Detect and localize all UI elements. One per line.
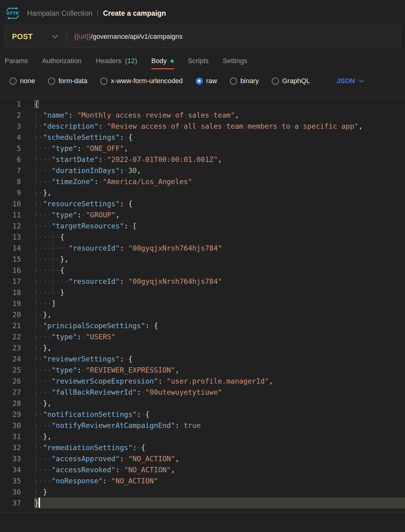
body-type-form-data[interactable]: form-data bbox=[48, 77, 87, 85]
code-line-content: ······{ bbox=[34, 232, 405, 243]
line-number: 31 bbox=[0, 431, 34, 442]
code-line-content: ··}, bbox=[34, 431, 405, 442]
line-number: 29 bbox=[0, 409, 34, 420]
code-line[interactable]: 26····"reviewerScopeExpression":·"user.p… bbox=[0, 376, 405, 387]
breadcrumb-collection[interactable]: Hampalan Collection bbox=[27, 9, 92, 18]
code-line-content: ····"fallBackReviewerId":·"00utewuyetyti… bbox=[34, 387, 405, 398]
text-cursor bbox=[39, 498, 40, 508]
code-line[interactable]: 31··}, bbox=[0, 431, 405, 442]
tab-label: Body bbox=[151, 57, 167, 65]
code-line[interactable]: 34····"accessRevoked":·"NO_ACTION", bbox=[0, 464, 405, 475]
url-input[interactable]: {{url}}/governance/api/v1/campaigns bbox=[74, 33, 182, 41]
code-line[interactable]: 12····"targetResources":·[ bbox=[0, 220, 405, 232]
code-line[interactable]: 1{ bbox=[0, 99, 405, 110]
tab-body[interactable]: Body bbox=[151, 57, 174, 65]
code-line[interactable]: 3··"description":·"Review·access·of·all·… bbox=[0, 121, 405, 132]
code-line[interactable]: 29··"notificationSettings":·{ bbox=[0, 409, 405, 420]
code-line[interactable]: 19····] bbox=[0, 298, 405, 309]
code-line[interactable]: 32··"remediationSettings":·{ bbox=[0, 442, 405, 453]
code-line[interactable]: 15······}, bbox=[0, 254, 405, 265]
code-line[interactable]: 4··"scheduleSettings":·{ bbox=[0, 132, 405, 143]
tab-label: Authorization bbox=[42, 57, 82, 65]
body-type-none[interactable]: none bbox=[10, 77, 35, 85]
code-line[interactable]: 35····"noResponse":·"NO_ACTION" bbox=[0, 475, 405, 486]
code-editor[interactable]: 1{2··"name":·"Monthly·access·review·of·s… bbox=[0, 97, 405, 513]
radio-icon bbox=[48, 78, 55, 85]
line-number: 16 bbox=[0, 265, 34, 276]
line-number: 20 bbox=[0, 309, 34, 320]
line-number: 34 bbox=[0, 464, 34, 475]
code-line-content: ····] bbox=[34, 298, 405, 309]
code-line[interactable]: 23··}, bbox=[0, 342, 405, 353]
breadcrumb-request-name[interactable]: Create a campaign bbox=[103, 9, 166, 18]
tab-headers[interactable]: Headers (12) bbox=[96, 57, 137, 65]
code-line[interactable]: 7····"durationInDays":·30, bbox=[0, 165, 405, 176]
code-line[interactable]: 21··"principalScopeSettings":·{ bbox=[0, 320, 405, 331]
body-type-graphql[interactable]: GraphQL bbox=[272, 77, 310, 85]
body-type-raw[interactable]: raw bbox=[196, 77, 217, 85]
indent-guide bbox=[35, 110, 36, 498]
code-line[interactable]: 10··"resourceSettings":·{ bbox=[0, 198, 405, 209]
code-line[interactable]: 2··"name":·"Monthly·access·review·of·sal… bbox=[0, 110, 405, 121]
tab-authorization[interactable]: Authorization bbox=[42, 57, 82, 65]
code-line[interactable]: 33····"accessApproved":·"NO_ACTION", bbox=[0, 453, 405, 464]
code-line[interactable]: 18······} bbox=[0, 287, 405, 298]
breadcrumb: Hampalan Collection / Create a campaign bbox=[27, 9, 166, 18]
line-number: 33 bbox=[0, 453, 34, 464]
line-number: 22 bbox=[0, 331, 34, 342]
code-line[interactable]: 36··} bbox=[0, 486, 405, 498]
line-number: 30 bbox=[0, 420, 34, 431]
code-line-content: ····"type":·"GROUP", bbox=[34, 209, 405, 220]
breadcrumb-separator: / bbox=[97, 9, 98, 18]
code-line-content: ····"noResponse":·"NO_ACTION" bbox=[34, 475, 405, 486]
code-line-content: ····"type":·"REVIEWER_EXPRESSION", bbox=[34, 365, 405, 376]
line-number: 32 bbox=[0, 442, 34, 453]
code-line-content: ··} bbox=[34, 486, 405, 498]
code-line[interactable]: 14········"resourceId":·"00gyqjxNrsh764h… bbox=[0, 243, 405, 254]
code-line[interactable]: 8····"timeZone":·"America/Los_Angeles" bbox=[0, 176, 405, 187]
tab-label: Scripts bbox=[188, 57, 209, 65]
code-line[interactable]: 5····"type":·"ONE_OFF", bbox=[0, 143, 405, 154]
language-select-value: JSON bbox=[337, 77, 355, 85]
body-modified-dot bbox=[170, 59, 174, 63]
language-select[interactable]: JSON bbox=[337, 77, 364, 85]
line-number: 21 bbox=[0, 320, 34, 331]
code-line[interactable]: 11····"type":·"GROUP", bbox=[0, 209, 405, 220]
line-number: 35 bbox=[0, 475, 34, 486]
code-line[interactable]: 9··}, bbox=[0, 187, 405, 198]
line-number: 7 bbox=[0, 165, 34, 176]
line-number: 23 bbox=[0, 342, 34, 353]
code-line-content: ····"type":·"ONE_OFF", bbox=[34, 143, 405, 154]
code-line[interactable]: 37} bbox=[0, 498, 405, 509]
code-line[interactable]: 13······{ bbox=[0, 232, 405, 243]
line-number: 12 bbox=[0, 220, 34, 232]
radio-icon bbox=[100, 78, 107, 85]
code-line[interactable]: 6····"startDate":·"2022-07-01T00:00:01.0… bbox=[0, 154, 405, 165]
line-number: 8 bbox=[0, 176, 34, 187]
code-line[interactable]: 16······{ bbox=[0, 265, 405, 276]
code-line[interactable]: 22····"type":·"USERS" bbox=[0, 331, 405, 342]
code-line[interactable]: 20··}, bbox=[0, 309, 405, 320]
code-line[interactable]: 25····"type":·"REVIEWER_EXPRESSION", bbox=[0, 365, 405, 376]
code-line[interactable]: 17········"resourceId":·"00gyqjxNrsh764h… bbox=[0, 276, 405, 287]
code-line[interactable]: 27····"fallBackReviewerId":·"00utewuyety… bbox=[0, 387, 405, 398]
indent-guide bbox=[52, 232, 53, 292]
code-line-content: ··"principalScopeSettings":·{ bbox=[34, 320, 405, 331]
body-type-x-www-form-urlencoded[interactable]: x-www-form-urlencoded bbox=[100, 77, 183, 85]
body-type-label: GraphQL bbox=[282, 77, 310, 85]
tab-scripts[interactable]: Scripts bbox=[188, 57, 209, 65]
tab-settings[interactable]: Settings bbox=[223, 57, 247, 65]
line-number: 18 bbox=[0, 287, 34, 298]
body-type-label: x-www-form-urlencoded bbox=[111, 77, 183, 85]
code-line-content: ··"scheduleSettings":·{ bbox=[34, 132, 405, 143]
line-number: 5 bbox=[0, 143, 34, 154]
line-number: 4 bbox=[0, 132, 34, 143]
body-type-binary[interactable]: binary bbox=[230, 77, 259, 85]
tab-params[interactable]: Params bbox=[5, 57, 28, 65]
code-line[interactable]: 28··}, bbox=[0, 398, 405, 409]
method-selector[interactable]: POST bbox=[5, 25, 66, 48]
line-number: 15 bbox=[0, 254, 34, 265]
code-line-content: ··}, bbox=[34, 342, 405, 353]
code-line[interactable]: 24··"reviewerSettings":·{ bbox=[0, 353, 405, 365]
code-line[interactable]: 30····"notifyReviewerAtCampaignEnd":·tru… bbox=[0, 420, 405, 431]
